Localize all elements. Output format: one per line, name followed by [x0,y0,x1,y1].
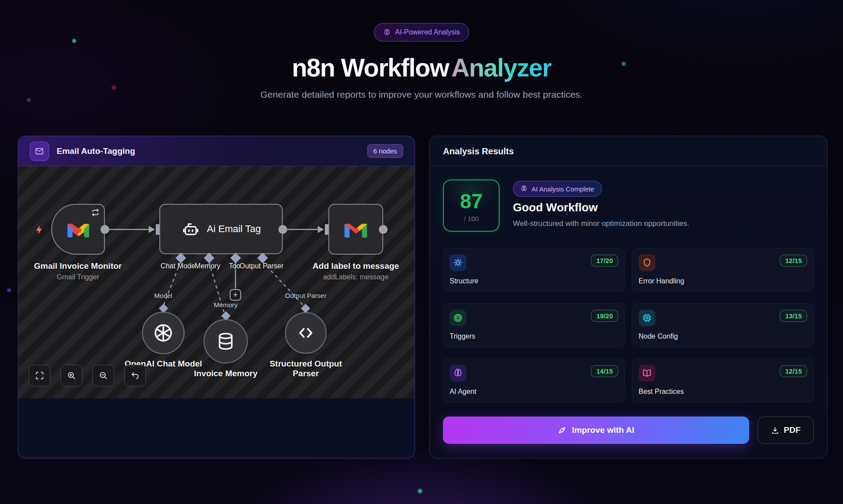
analysis-title: Analysis Results [430,136,827,157]
node-ai-email-tag[interactable]: Ai Email Tag [159,204,283,254]
ai-analysis-complete-badge: AI Analysis Complete [513,181,602,197]
subnode-port-label: Memory [214,301,238,309]
actions-row: Improve with AI PDF [443,416,814,444]
robot-icon [181,220,200,238]
cpu-icon [639,309,655,326]
zoom-out-icon [99,371,108,380]
brain-icon [520,185,527,192]
output-port[interactable] [379,225,388,234]
metric-node-config: 13/15 Node Config [632,303,814,347]
metric-label: Structure [450,277,478,285]
ai-powered-badge-label: AI-Powered Analysis [395,28,460,36]
nodes-count-badge: 6 nodes [367,144,403,158]
verdict-description: Well-structured with minor optimization … [513,219,689,228]
node-caption: Gmail Invoice Monitor [34,261,122,271]
metric-label: AI Agent [450,388,477,396]
metric-label: Best Practices [639,388,684,396]
workflow-card-header: Email Auto-Tagging 6 nodes [18,136,415,166]
fit-view-icon [35,371,44,380]
ai-analysis-complete-label: AI Analysis Complete [531,185,594,193]
ai-powered-badge: AI-Powered Analysis [374,23,470,42]
subnode-port-label: Output Parser [285,292,326,299]
trigger-bolt-icon [35,225,44,235]
score-value: 87 [444,189,499,213]
metric-triggers: 19/20 Triggers [443,303,625,347]
metric-ai-agent: 14/15 AI Agent [443,359,625,402]
envelope-icon [30,141,49,161]
node-invoice-memory[interactable] [204,319,248,363]
page-header: AI-Powered Analysis n8n WorkflowAnalyzer… [0,0,843,100]
pdf-download-button[interactable]: PDF [758,416,814,444]
agent-node-label: Ai Email Tag [207,223,261,235]
improve-with-ai-label: Improve with AI [572,425,635,435]
zoom-in-icon [67,371,76,380]
code-icon [296,323,316,343]
node-gmail-trigger[interactable] [51,204,105,255]
page-title-accent: Analyzer [451,53,551,82]
page-title: n8n WorkflowAnalyzer [0,53,843,82]
download-icon [771,426,779,435]
port-label: Too [229,262,240,270]
database-icon [216,332,235,351]
openai-icon [153,323,173,343]
metric-label: Triggers [450,332,475,340]
particle [7,288,11,292]
target-icon [450,309,466,326]
node-caption: Add label to message [312,261,399,271]
output-port[interactable] [100,225,109,234]
shield-icon [639,254,655,271]
zoom-out-button[interactable] [92,365,114,386]
port-label: Output Parser [239,262,284,270]
score-box: 87 / 100 [443,179,500,232]
page-subtitle: Generate detailed reports to improve you… [0,89,843,100]
connector-wires [18,166,415,398]
port-label: Memory [195,262,220,270]
score-denominator: / 100 [444,215,499,222]
canvas-toolbar [29,365,146,386]
divider [430,165,827,166]
node-subcaption: addLabels: message [323,273,389,281]
brain-icon [450,365,466,382]
repeat-icon [91,208,100,217]
subnode-caption: Structured Output Parser [264,359,348,378]
zoom-in-button[interactable] [61,365,82,386]
fit-view-button[interactable] [29,365,50,386]
undo-icon [131,371,140,380]
book-icon [639,365,655,382]
analysis-card: Analysis Results 87 / 100 AI Analysis Co… [429,136,828,458]
improve-with-ai-button[interactable]: Improve with AI [443,416,749,444]
node-structured-output-parser[interactable] [285,312,327,354]
metrics-grid: 17/20 Structure 12/15 Error Handling 19/… [443,248,814,402]
undo-button[interactable] [124,365,146,386]
metric-score-badge: 12/15 [780,255,807,267]
metric-score-badge: 13/15 [780,310,807,322]
output-port[interactable] [278,225,287,234]
workflow-title: Email Auto-Tagging [57,146,135,156]
metric-label: Node Config [639,332,678,340]
metric-best-practices: 12/15 Best Practices [632,359,814,402]
brain-icon [383,29,391,36]
metric-error-handling: 12/15 Error Handling [632,248,814,292]
node-subcaption: Gmail Trigger [57,273,99,281]
subnode-port-label: Model [154,292,173,299]
workflow-card: Email Auto-Tagging 6 nodes [18,136,415,458]
metric-score-badge: 14/15 [591,365,618,377]
metric-score-badge: 12/15 [780,365,807,377]
pdf-label: PDF [784,425,801,435]
node-openai-chat-model[interactable] [142,312,185,354]
add-tool-button[interactable]: + [230,289,241,301]
gear-icon [450,254,466,271]
metric-structure: 17/20 Structure [443,248,625,292]
metric-score-badge: 19/20 [591,310,618,322]
gmail-logo-icon [343,220,368,239]
metric-label: Error Handling [639,277,684,285]
subnode-caption: Invoice Memory [194,369,258,378]
gmail-logo-icon [66,220,90,239]
particle [418,489,422,493]
workflow-canvas[interactable]: Ai Email Tag Chat Mode Memory Too [18,166,415,398]
port-label: Chat Mode [161,262,195,270]
metric-score-badge: 17/20 [591,255,618,267]
node-add-label[interactable] [328,204,383,255]
rocket-icon [558,426,567,435]
verdict: Good Workflow [513,201,598,214]
